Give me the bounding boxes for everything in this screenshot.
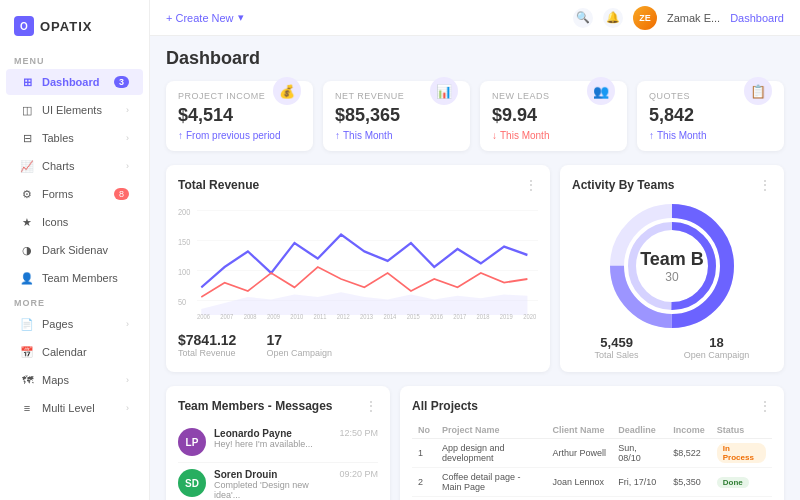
team-messages-card: Team Members - Messages ⋮ LP Leonardo Pa… xyxy=(166,386,390,500)
chevron-icon-3: › xyxy=(126,161,129,171)
activity-chart-card: Activity By Teams ⋮ xyxy=(560,165,784,372)
revenue-chart-menu[interactable]: ⋮ xyxy=(524,177,538,193)
sidebar-item-charts[interactable]: 📈 Charts › xyxy=(6,153,143,179)
donut-label: Team B 30 xyxy=(640,249,704,284)
sidebar-item-team-members[interactable]: 👤 Team Members xyxy=(6,265,143,291)
chart-footer: $7841.12 Total Revenue 17 Open Campaign xyxy=(178,332,538,358)
topbar-right: 🔍 🔔 ZE Zamak E... Dashboard xyxy=(573,6,784,30)
income-icon: 💰 xyxy=(273,77,301,105)
stat-value-0: $4,514 xyxy=(178,105,233,126)
dark-icon: ◑ xyxy=(20,243,34,257)
cell-client: Ronald Rookie xyxy=(547,497,613,501)
svg-text:2006: 2006 xyxy=(197,312,210,319)
total-sales-value: 5,459 xyxy=(595,335,639,350)
message-body: Soren Drouin Completed 'Design new idea'… xyxy=(214,469,331,500)
ui-icon: ◫ xyxy=(20,103,34,117)
col-project-name: Project Name xyxy=(436,422,547,439)
open-campaign-label: Open Campaign xyxy=(266,348,332,358)
cell-client: Joan Lennox xyxy=(547,468,613,497)
sidebar-label-maps: Maps xyxy=(42,374,69,386)
team-number: 30 xyxy=(640,270,704,284)
down-arrow-icon: ↓ xyxy=(492,130,497,141)
team-messages-menu[interactable]: ⋮ xyxy=(364,398,378,414)
sidebar-item-multi-level[interactable]: ≡ Multi Level › xyxy=(6,395,143,421)
sidebar-item-ui-elements[interactable]: ◫ UI Elements › xyxy=(6,97,143,123)
sidebar-item-pages[interactable]: 📄 Pages › xyxy=(6,311,143,337)
svg-text:2012: 2012 xyxy=(337,312,350,319)
sidebar-item-calendar[interactable]: 📅 Calendar xyxy=(6,339,143,365)
stat-card-net-revenue: NET REVENUE $85,365 📊 ↑ This Month xyxy=(323,81,470,151)
stat-value-3: 5,842 xyxy=(649,105,694,126)
open-campaign-stat: 18 Open Campaign xyxy=(684,335,750,360)
stat-change-0: ↑ From previous period xyxy=(178,130,301,141)
svg-text:2014: 2014 xyxy=(383,312,396,319)
table-icon: ⊟ xyxy=(20,131,34,145)
create-new-button[interactable]: + Create New xyxy=(166,12,234,24)
main-content: + Create New ▾ 🔍 🔔 ZE Zamak E... Dashboa… xyxy=(150,0,800,500)
sidebar-label-charts: Charts xyxy=(42,160,74,172)
mid-row: Total Revenue ⋮ 200 150 100 50 xyxy=(166,165,784,372)
sidebar-item-tables[interactable]: ⊟ Tables › xyxy=(6,125,143,151)
col-status: Status xyxy=(711,422,772,439)
cell-status: Hold xyxy=(711,497,772,501)
icon-icon: ★ xyxy=(20,215,34,229)
chevron-icon: › xyxy=(126,105,129,115)
topbar: + Create New ▾ 🔍 🔔 ZE Zamak E... Dashboa… xyxy=(150,0,800,36)
message-name: Soren Drouin xyxy=(214,469,331,480)
svg-text:2015: 2015 xyxy=(407,312,420,319)
logo-icon: O xyxy=(14,16,34,36)
breadcrumb-arrow: ▾ xyxy=(238,11,244,24)
projects-menu[interactable]: ⋮ xyxy=(758,398,772,414)
sidebar-label-tables: Tables xyxy=(42,132,74,144)
svg-text:2010: 2010 xyxy=(290,312,303,319)
cell-deadline: Tue, 15/08 xyxy=(612,497,667,501)
cell-status: In Process xyxy=(711,439,772,468)
cell-deadline: Sun, 08/10 xyxy=(612,439,667,468)
total-revenue-value: $7841.12 xyxy=(178,332,236,348)
grid-icon: ⊞ xyxy=(20,75,34,89)
revenue-chart-title: Total Revenue xyxy=(178,178,259,192)
svg-text:2016: 2016 xyxy=(430,312,443,319)
status-badge: In Process xyxy=(717,443,766,463)
table-row: 3 Poster Illustration design Ronald Rook… xyxy=(412,497,772,501)
sidebar-item-dark-sidenav[interactable]: ◑ Dark Sidenav xyxy=(6,237,143,263)
table-row: 2 Coffee detail page - Main Page Joan Le… xyxy=(412,468,772,497)
list-item: LP Leonardo Payne Hey! here I'm availabl… xyxy=(178,422,378,463)
sidebar-item-icons[interactable]: ★ Icons xyxy=(6,209,143,235)
activity-chart-menu[interactable]: ⋮ xyxy=(758,177,772,193)
stat-value-2: $9.94 xyxy=(492,105,537,126)
chart-icon: 📈 xyxy=(20,159,34,173)
sidebar-label-multi: Multi Level xyxy=(42,402,95,414)
sidebar-item-forms[interactable]: ⚙ Forms 8 xyxy=(6,181,143,207)
logo: O OPATIX xyxy=(0,10,149,50)
stat-cards: PROJECT INCOME $4,514 💰 ↑ From previous … xyxy=(166,81,784,151)
bell-icon[interactable]: 🔔 xyxy=(603,8,623,28)
total-sales-label: Total Sales xyxy=(595,350,639,360)
stat-change-2: ↓ This Month xyxy=(492,130,615,141)
cell-income: $5,350 xyxy=(667,468,711,497)
dashboard-link[interactable]: Dashboard xyxy=(730,12,784,24)
cell-project-name: Coffee detail page - Main Page xyxy=(436,468,547,497)
open-campaign-value: 17 xyxy=(266,332,332,348)
all-projects-card: All Projects ⋮ No Project Name Client Na… xyxy=(400,386,784,500)
user-name: Zamak E... xyxy=(667,12,720,24)
total-revenue-label: Total Revenue xyxy=(178,348,236,358)
stat-value-1: $85,365 xyxy=(335,105,400,126)
pages-icon: 📄 xyxy=(20,317,34,331)
up-arrow-icon: ↑ xyxy=(178,130,183,141)
cell-no: 3 xyxy=(412,497,436,501)
page-title: Dashboard xyxy=(166,48,784,69)
col-income: Income xyxy=(667,422,711,439)
form-icon: ⚙ xyxy=(20,187,34,201)
cell-income: $1,250 xyxy=(667,497,711,501)
message-name: Leonardo Payne xyxy=(214,428,331,439)
sidebar-label-forms: Forms xyxy=(42,188,73,200)
chevron-icon-4: › xyxy=(126,319,129,329)
cell-project-name: Poster Illustration design xyxy=(436,497,547,501)
col-deadline: Deadline xyxy=(612,422,667,439)
cell-no: 1 xyxy=(412,439,436,468)
sidebar-item-dashboard[interactable]: ⊞ Dashboard 3 xyxy=(6,69,143,95)
sidebar-item-maps[interactable]: 🗺 Maps › xyxy=(6,367,143,393)
search-icon[interactable]: 🔍 xyxy=(573,8,593,28)
avatar: SD xyxy=(178,469,206,497)
